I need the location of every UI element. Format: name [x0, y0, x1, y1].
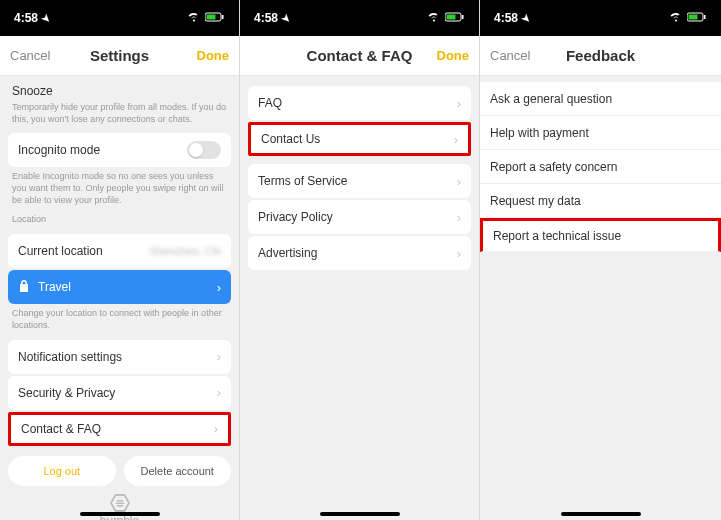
- wifi-icon: [427, 11, 441, 25]
- wifi-icon: [187, 11, 201, 25]
- home-indicator[interactable]: [80, 512, 160, 516]
- chevron-right-icon: ›: [217, 385, 221, 400]
- current-location-row[interactable]: Current location Shenzhen, CN: [8, 234, 231, 268]
- cancel-button[interactable]: Cancel: [10, 48, 58, 63]
- delete-account-button[interactable]: Delete account: [124, 456, 232, 486]
- payment-help-row[interactable]: Help with payment: [480, 116, 721, 150]
- incognito-label: Incognito mode: [18, 143, 100, 157]
- svg-rect-7: [689, 15, 698, 20]
- safety-label: Report a safety concern: [490, 160, 617, 174]
- tech-label: Report a technical issue: [493, 229, 621, 243]
- security-label: Security & Privacy: [18, 386, 115, 400]
- incognito-toggle[interactable]: [187, 141, 221, 159]
- advertising-row[interactable]: Advertising ›: [248, 236, 471, 270]
- battery-icon: [687, 11, 707, 25]
- current-location-label: Current location: [18, 244, 103, 258]
- payment-label: Help with payment: [490, 126, 589, 140]
- advertising-label: Advertising: [258, 246, 317, 260]
- screen-contact-faq: 4:58 ➤ Contact & FAQ Done FAQ › Contact …: [240, 0, 480, 520]
- location-arrow-icon: ➤: [519, 11, 532, 24]
- safety-concern-row[interactable]: Report a safety concern: [480, 150, 721, 184]
- snooze-label: Snooze: [8, 80, 231, 100]
- chevron-right-icon: ›: [457, 96, 461, 111]
- general-question-row[interactable]: Ask a general question: [480, 82, 721, 116]
- chevron-right-icon: ›: [457, 246, 461, 261]
- privacy-row[interactable]: Privacy Policy ›: [248, 200, 471, 234]
- header: Cancel Settings Done: [0, 36, 239, 76]
- faq-row[interactable]: FAQ ›: [248, 86, 471, 120]
- status-time: 4:58: [494, 11, 518, 25]
- wifi-icon: [669, 11, 683, 25]
- chevron-right-icon: ›: [214, 421, 218, 436]
- logout-button[interactable]: Log out: [8, 456, 116, 486]
- svg-rect-1: [207, 15, 216, 20]
- contact-content: FAQ › Contact Us › Terms of Service › Pr…: [240, 76, 479, 520]
- lock-icon: [18, 279, 30, 296]
- status-bar: 4:58 ➤: [480, 0, 721, 36]
- page-title: Feedback: [566, 47, 635, 64]
- svg-rect-2: [222, 15, 224, 19]
- tos-label: Terms of Service: [258, 174, 347, 188]
- current-location-value: Shenzhen, CN: [149, 245, 221, 257]
- settings-content: Snooze Temporarily hide your profile fro…: [0, 76, 239, 520]
- status-time: 4:58: [14, 11, 38, 25]
- svg-rect-4: [447, 15, 456, 20]
- travel-desc: Change your location to connect with peo…: [8, 306, 231, 339]
- travel-label: Travel: [38, 280, 71, 294]
- home-indicator[interactable]: [561, 512, 641, 516]
- screen-feedback: 4:58 ➤ Cancel Feedback Ask a general que…: [480, 0, 721, 520]
- header: Cancel Feedback: [480, 36, 721, 76]
- status-time: 4:58: [254, 11, 278, 25]
- home-indicator[interactable]: [320, 512, 400, 516]
- incognito-desc: Enable Incognito mode so no one sees you…: [8, 169, 231, 214]
- chevron-right-icon: ›: [454, 132, 458, 147]
- location-arrow-icon: ➤: [279, 11, 292, 24]
- general-label: Ask a general question: [490, 92, 612, 106]
- contact-faq-row[interactable]: Contact & FAQ ›: [8, 412, 231, 446]
- location-arrow-icon: ➤: [39, 11, 52, 24]
- svg-rect-8: [704, 15, 706, 19]
- contact-us-label: Contact Us: [261, 132, 320, 146]
- privacy-label: Privacy Policy: [258, 210, 333, 224]
- header: Contact & FAQ Done: [240, 36, 479, 76]
- cancel-button[interactable]: Cancel: [490, 48, 538, 63]
- data-label: Request my data: [490, 194, 581, 208]
- chevron-right-icon: ›: [217, 349, 221, 364]
- battery-icon: [205, 11, 225, 25]
- screen-settings: 4:58 ➤ Cancel Settings Done Snooze Tempo…: [0, 0, 240, 520]
- feedback-content: Ask a general question Help with payment…: [480, 82, 721, 520]
- page-title: Contact & FAQ: [307, 47, 413, 64]
- contact-us-row[interactable]: Contact Us ›: [248, 122, 471, 156]
- page-title: Settings: [90, 47, 149, 64]
- chevron-right-icon: ›: [217, 280, 221, 295]
- tos-row[interactable]: Terms of Service ›: [248, 164, 471, 198]
- travel-row[interactable]: Travel ›: [8, 270, 231, 304]
- action-buttons: Log out Delete account: [8, 456, 231, 486]
- snooze-desc: Temporarily hide your profile from all m…: [8, 100, 231, 133]
- svg-rect-5: [462, 15, 464, 19]
- status-bar: 4:58 ➤: [240, 0, 479, 36]
- incognito-row[interactable]: Incognito mode: [8, 133, 231, 167]
- notification-label: Notification settings: [18, 350, 122, 364]
- notification-settings-row[interactable]: Notification settings ›: [8, 340, 231, 374]
- done-button[interactable]: Done: [181, 48, 229, 63]
- security-privacy-row[interactable]: Security & Privacy ›: [8, 376, 231, 410]
- request-data-row[interactable]: Request my data: [480, 184, 721, 218]
- chevron-right-icon: ›: [457, 210, 461, 225]
- bumble-logo-icon: [8, 494, 231, 512]
- brand-block: bumble Version 5.208.0 Created with love…: [8, 494, 231, 521]
- battery-icon: [445, 11, 465, 25]
- contact-faq-label: Contact & FAQ: [21, 422, 101, 436]
- technical-issue-row[interactable]: Report a technical issue: [480, 218, 721, 252]
- faq-label: FAQ: [258, 96, 282, 110]
- done-button[interactable]: Done: [421, 48, 469, 63]
- status-bar: 4:58 ➤: [0, 0, 239, 36]
- chevron-right-icon: ›: [457, 174, 461, 189]
- location-heading: Location: [8, 214, 231, 234]
